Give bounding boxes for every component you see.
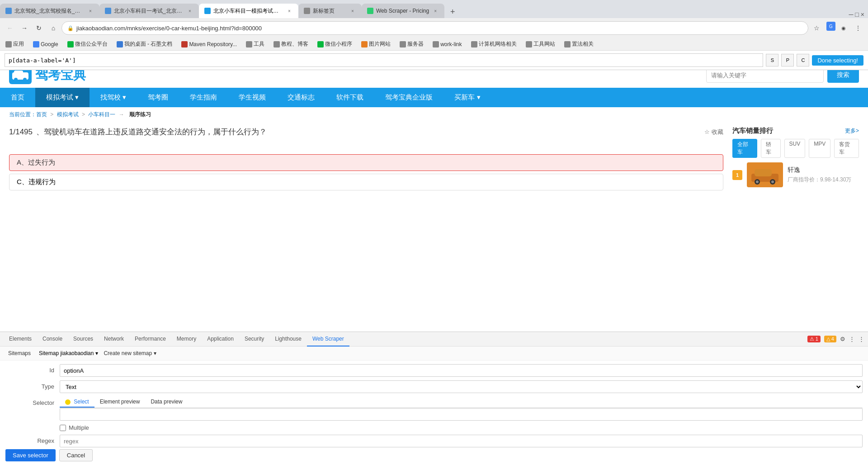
bookmark-google[interactable]: Google [31,40,60,48]
car-tab-suv[interactable]: SUV [784,139,806,158]
devtools-tab-performance[interactable]: Performance [129,332,171,346]
bookmark-worklink[interactable]: work-link [431,40,463,48]
save-selector-button[interactable]: Save selector [5,449,56,461]
done-selecting-button[interactable]: Done selecting! [812,55,863,66]
devtools-tab-elements[interactable]: Elements [4,332,37,346]
tab-close-1[interactable]: × [87,7,94,14]
fav-button[interactable]: ☆ 收藏 [704,128,723,136]
nav-download[interactable]: 软件下载 [326,88,374,107]
reload-button[interactable]: ↻ [33,22,45,34]
tab-title-2: 北京小车科目一考试_北京驾驶... [114,7,184,15]
home-button[interactable]: ⌂ [47,22,60,34]
forward-button[interactable]: → [18,22,31,34]
option-c[interactable]: C、违规行为 [9,174,723,190]
bookmark-toolsite[interactable]: 工具网站 [524,39,557,49]
option-a[interactable]: A、过失行为 [9,154,723,171]
nav-guide[interactable]: 学生指南 [179,88,228,107]
devtools-tab-network[interactable]: Network [99,332,129,346]
lock-icon: 🔒 [67,25,74,31]
breadcrumb-mock[interactable]: 模拟考试 [57,111,79,118]
tab-5[interactable]: Web Scraper - Pricing × [362,4,444,18]
cancel-button[interactable]: Cancel [59,449,93,461]
p-button[interactable]: P [781,54,794,66]
bookmark-shimo[interactable]: 我的桌面 - 石墨文档 [115,39,175,49]
bookmark-wechat[interactable]: 微信公众平台 [66,39,109,49]
sitemap-dropdown-icon[interactable]: ▾ [95,350,98,356]
bookmark-label: 置法相关 [572,40,594,48]
bookmark-button[interactable]: ☆ [810,22,823,34]
question-title: 1/1495 、驾驶机动车在道路上违反道路交通安全法的行为，属于什么行为？ ☆ … [9,127,723,137]
menu-button[interactable]: ⋮ [852,22,864,34]
maximize-button[interactable]: □ [855,11,859,18]
nav-new-car[interactable]: 买新车 ▾ [443,88,491,107]
nav-mock[interactable]: 模拟考试 ▾ [35,88,90,107]
tab-close-3[interactable]: × [286,7,293,14]
nav-circle[interactable]: 驾考圈 [137,88,179,107]
back-button[interactable]: ← [4,22,16,34]
breadcrumb-kemu1[interactable]: 小车科目一 [88,111,115,118]
car-tab-sedan[interactable]: 轿车 [761,139,781,158]
selector-input[interactable] [5,53,763,67]
bookmark-miniapp[interactable]: 微信小程序 [316,39,354,49]
bookmark-tools[interactable]: 工具 [244,39,266,49]
bookmark-network[interactable]: 计算机网络相关 [469,39,519,49]
bookmark-maven[interactable]: Maven Repository... [179,40,239,48]
bookmark-law[interactable]: 置法相关 [562,39,595,49]
devtools-menu-icon[interactable]: ⋮ [849,336,855,342]
selector-tab-data-preview[interactable]: Data preview [145,397,188,408]
profile-button[interactable]: ◉ [837,22,850,34]
type-select[interactable]: Text Link Image Table Element [60,380,863,393]
new-tab-button[interactable]: + [446,5,459,18]
create-sitemap-button[interactable]: Create new sitemap ▾ [104,350,156,356]
tab-close-2[interactable]: × [186,7,193,14]
bookmark-server[interactable]: 服务器 [398,39,425,49]
devtools-tab-sources[interactable]: Sources [68,332,99,346]
close-window-button[interactable]: × [861,11,864,18]
more-link[interactable]: 更多> [845,127,859,135]
car-tab-mpv[interactable]: MPV [809,139,830,158]
devtools-tab-webscraper[interactable]: Web Scraper [307,332,349,346]
selector-tab-element-preview[interactable]: Element preview [94,397,146,408]
bookmark-images[interactable]: 图片网站 [359,39,392,49]
nav-enterprise[interactable]: 驾考宝典企业版 [374,88,443,107]
tab-2[interactable]: 北京小车科目一考试_北京驾驶... × [99,4,199,18]
selector-value-input[interactable] [60,408,863,421]
bookmark-tutorials[interactable]: 教程、博客 [272,39,310,49]
devtools-tab-memory[interactable]: Memory [171,332,202,346]
tab-close-5[interactable]: × [432,7,439,14]
nav-traffic[interactable]: 交通标志 [277,88,326,107]
tab-1[interactable]: 北京驾校_北京驾校报名_北京学... × [0,4,99,18]
nav-school[interactable]: 找驾校 ▾ [90,88,137,107]
address-bar[interactable]: 🔒 jiakaobaodian.com/mnks/exercise/0-car-… [61,21,808,35]
id-input[interactable] [60,364,863,377]
extensions-button[interactable]: G [826,22,835,31]
breadcrumb-home[interactable]: 当前位置：首页 [9,111,47,118]
bookmark-bar: 应用 Google 微信公众平台 我的桌面 - 石墨文档 Maven Repos… [0,38,868,51]
tab-favicon-1 [5,8,12,14]
form-row-type: Type Text Link Image Table Element [5,380,863,393]
sitemaps-link[interactable]: Sitemaps [5,349,33,357]
bookmark-apps[interactable]: 应用 [4,39,26,49]
nav-video[interactable]: 学生视频 [228,88,277,107]
regex-input[interactable] [60,435,863,447]
multiple-checkbox[interactable] [60,425,66,431]
car-tab-truck[interactable]: 客货车 [834,139,859,158]
devtools-tab-lighthouse[interactable]: Lighthouse [269,332,307,346]
sitemap-selector[interactable]: Sitemap jiakaobaodian ▾ [39,350,98,356]
car-tab-all[interactable]: 全部车 [732,139,757,158]
devtools-tab-console[interactable]: Console [37,332,68,346]
nav-home[interactable]: 首页 [0,88,35,107]
devtools-more-icon[interactable]: ⋮ [859,336,864,342]
settings-icon[interactable]: ⚙ [840,336,845,342]
select-tab-label: Select [74,399,89,405]
minimize-button[interactable]: ─ [849,11,853,18]
devtools-tab-application[interactable]: Application [202,332,239,346]
s-button[interactable]: S [766,54,778,66]
selector-tab-select[interactable]: Select [60,397,94,408]
tab-4[interactable]: 新标签页 × [298,4,362,18]
devtools-tab-security[interactable]: Security [239,332,269,346]
regex-control [60,435,863,447]
c-button[interactable]: C [797,54,809,66]
tab-3[interactable]: 北京小车科目一模拟考试顺序练... × [199,4,298,18]
tab-close-4[interactable]: × [349,7,356,14]
